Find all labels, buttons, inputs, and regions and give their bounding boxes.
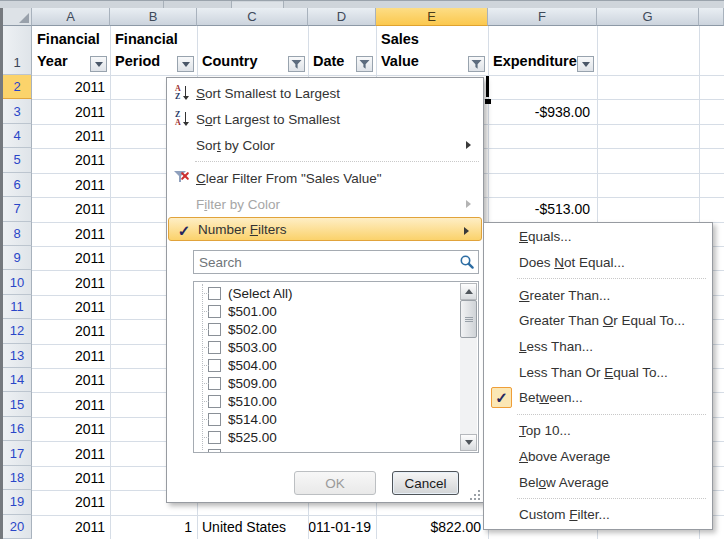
scroll-down-button[interactable] bbox=[460, 434, 477, 451]
list-item-50300[interactable]: $503.00 bbox=[194, 338, 478, 356]
cell-A6[interactable]: 2011 bbox=[33, 173, 110, 197]
submenu-item-equals[interactable]: Equals... bbox=[484, 224, 712, 250]
applied-filter-button-E[interactable] bbox=[468, 56, 485, 72]
checkbox-unchecked[interactable] bbox=[208, 431, 221, 444]
menu-item-sort-by-color[interactable]: Sort by Color bbox=[167, 132, 483, 158]
cell-F7[interactable]: -$513.00 bbox=[489, 197, 597, 221]
list-item-select-all[interactable]: (Select All) bbox=[194, 284, 478, 302]
submenu-item-below-average[interactable]: Below Average bbox=[484, 469, 712, 495]
list-item-51000[interactable]: $510.00 bbox=[194, 392, 478, 410]
cell-A12[interactable]: 2011 bbox=[33, 319, 110, 343]
search-icon[interactable] bbox=[459, 254, 475, 270]
cell-E20[interactable]: $822.00 bbox=[377, 515, 488, 539]
cell-C20[interactable]: United States bbox=[198, 515, 308, 539]
row-header-4[interactable]: 4 bbox=[3, 124, 32, 148]
cell-A8[interactable]: 2011 bbox=[33, 222, 110, 246]
search-input[interactable] bbox=[193, 250, 479, 274]
row-header-9[interactable]: 9 bbox=[3, 246, 32, 270]
cell-A7[interactable]: 2011 bbox=[33, 197, 110, 221]
cell-A18[interactable]: 2011 bbox=[33, 466, 110, 490]
checkbox-unchecked[interactable] bbox=[208, 359, 221, 372]
row-header-12[interactable]: 12 bbox=[3, 319, 32, 343]
cell-A17[interactable]: 2011 bbox=[33, 441, 110, 465]
cell-F3[interactable]: -$938.00 bbox=[489, 99, 597, 123]
row-header-16[interactable]: 16 bbox=[3, 417, 32, 441]
list-item-50200[interactable]: $502.00 bbox=[194, 320, 478, 338]
row-header-3[interactable]: 3 bbox=[3, 99, 32, 123]
header-cell-B[interactable]: Financial Period bbox=[111, 26, 197, 75]
ok-button[interactable]: OK bbox=[294, 471, 376, 495]
column-header-G[interactable]: G bbox=[597, 8, 699, 26]
column-header-F[interactable]: F bbox=[488, 8, 597, 26]
row-header-8[interactable]: 8 bbox=[3, 222, 32, 246]
cell-A3[interactable]: 2011 bbox=[33, 99, 110, 123]
header-cell-A[interactable]: Financial Year bbox=[33, 26, 110, 75]
column-header-C[interactable]: C bbox=[197, 8, 308, 26]
menu-item-filter-by-color[interactable]: Filter by Color bbox=[167, 191, 483, 217]
row-header-14[interactable]: 14 bbox=[3, 368, 32, 392]
row-header-13[interactable]: 13 bbox=[3, 344, 32, 368]
submenu-item-custom-filter[interactable]: Custom Filter... bbox=[484, 502, 712, 528]
menu-item-number-filters[interactable]: ✓Number Filters bbox=[168, 217, 482, 241]
column-header-E[interactable]: E bbox=[376, 8, 488, 26]
row-header-17[interactable]: 17 bbox=[3, 441, 32, 465]
submenu-item-greater-than-or-equal-to[interactable]: Greater Than Or Equal To... bbox=[484, 308, 712, 334]
checkbox-unchecked[interactable] bbox=[208, 287, 221, 300]
column-header-B[interactable]: B bbox=[110, 8, 197, 26]
cell-D20[interactable]: 2011-01-19 bbox=[309, 515, 376, 539]
cell-A2[interactable]: 2011 bbox=[33, 75, 110, 99]
cell-B20[interactable]: 1 bbox=[111, 515, 197, 539]
cell-A9[interactable]: 2011 bbox=[33, 246, 110, 270]
select-all-corner[interactable] bbox=[3, 8, 32, 26]
column-header-partial[interactable] bbox=[699, 8, 724, 26]
row-header-11[interactable]: 11 bbox=[3, 295, 32, 319]
checkbox-unchecked[interactable] bbox=[208, 377, 221, 390]
applied-filter-button-C[interactable] bbox=[288, 56, 305, 72]
cell-A11[interactable]: 2011 bbox=[33, 295, 110, 319]
applied-filter-button-D[interactable] bbox=[356, 56, 373, 72]
submenu-item-between[interactable]: ✓Between... bbox=[484, 385, 712, 411]
submenu-item-above-average[interactable]: Above Average bbox=[484, 444, 712, 470]
header-cell-F[interactable]: Expenditure bbox=[489, 26, 597, 75]
list-item-partial[interactable] bbox=[194, 446, 478, 453]
checkbox-unchecked[interactable] bbox=[208, 413, 221, 426]
menu-item-sort-smallest-to-largest[interactable]: AZSort Smallest to Largest bbox=[167, 80, 483, 106]
cell-A20[interactable]: 2011 bbox=[33, 515, 110, 539]
row-header-20[interactable]: 20 bbox=[3, 515, 32, 539]
list-scrollbar[interactable] bbox=[460, 283, 477, 451]
header-cell-D[interactable]: Date bbox=[309, 26, 376, 75]
row-header-2[interactable]: 2 bbox=[3, 75, 32, 99]
cell-A10[interactable]: 2011 bbox=[33, 270, 110, 294]
resize-grip[interactable] bbox=[468, 490, 480, 500]
cell-A19[interactable]: 2011 bbox=[33, 490, 110, 514]
scrollbar-thumb[interactable] bbox=[460, 300, 477, 338]
submenu-item-greater-than[interactable]: Greater Than... bbox=[484, 282, 712, 308]
list-item-51400[interactable]: $514.00 bbox=[194, 410, 478, 428]
list-item-50400[interactable]: $504.00 bbox=[194, 356, 478, 374]
row-header-19[interactable]: 19 bbox=[3, 490, 32, 514]
cell-A4[interactable]: 2011 bbox=[33, 124, 110, 148]
submenu-item-top-10[interactable]: Top 10... bbox=[484, 418, 712, 444]
checkbox-unchecked[interactable] bbox=[208, 305, 221, 318]
filter-dropdown-button-F[interactable] bbox=[577, 56, 594, 72]
menu-item-clear-filter[interactable]: Clear Filter From "Sales Value" bbox=[167, 165, 483, 191]
submenu-item-less-than-or-equal-to[interactable]: Less Than Or Equal To... bbox=[484, 359, 712, 385]
submenu-item-less-than[interactable]: Less Than... bbox=[484, 334, 712, 360]
row-header-10[interactable]: 10 bbox=[3, 270, 32, 294]
cell-A16[interactable]: 2011 bbox=[33, 417, 110, 441]
column-header-D[interactable]: D bbox=[308, 8, 376, 26]
cell-A13[interactable]: 2011 bbox=[33, 344, 110, 368]
row-header-5[interactable]: 5 bbox=[3, 148, 32, 172]
filter-dropdown-button-A[interactable] bbox=[90, 56, 107, 72]
menu-item-sort-largest-to-smallest[interactable]: ZASort Largest to Smallest bbox=[167, 106, 483, 132]
scroll-up-button[interactable] bbox=[460, 283, 477, 300]
row-header-6[interactable]: 6 bbox=[3, 173, 32, 197]
fill-handle[interactable] bbox=[485, 99, 491, 104]
row-header-18[interactable]: 18 bbox=[3, 466, 32, 490]
list-item-50900[interactable]: $509.00 bbox=[194, 374, 478, 392]
checkbox-unchecked[interactable] bbox=[208, 449, 221, 454]
filter-dropdown-button-B[interactable] bbox=[177, 56, 194, 72]
cell-A5[interactable]: 2011 bbox=[33, 148, 110, 172]
list-item-52500[interactable]: $525.00 bbox=[194, 428, 478, 446]
checkbox-unchecked[interactable] bbox=[208, 395, 221, 408]
